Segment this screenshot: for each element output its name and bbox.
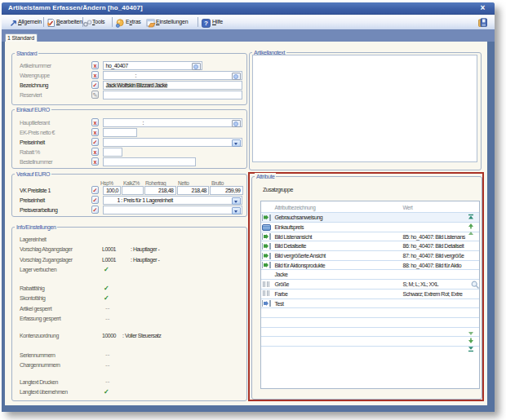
svg-text:?: ? [204,20,208,27]
